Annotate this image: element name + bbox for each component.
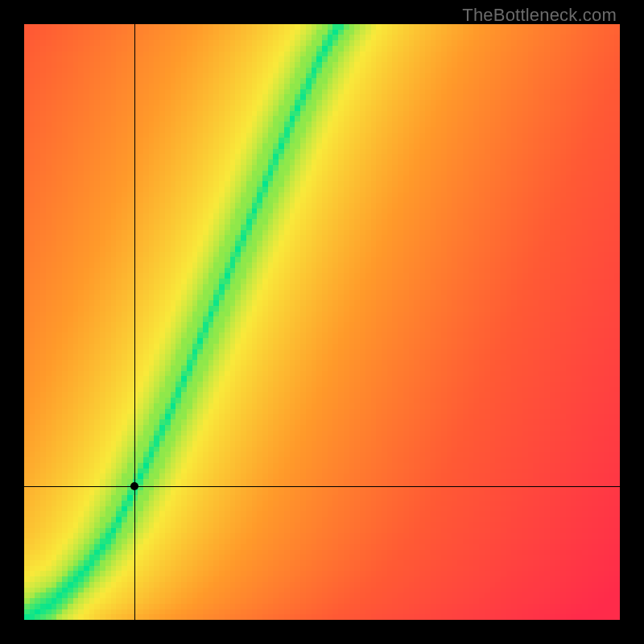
crosshair-horizontal [24, 486, 620, 487]
heatmap-canvas [24, 24, 620, 620]
crosshair-vertical [134, 24, 135, 620]
chart-frame: TheBottleneck.com [0, 0, 644, 644]
watermark-label: TheBottleneck.com [462, 5, 617, 26]
marker-dot [130, 482, 138, 490]
